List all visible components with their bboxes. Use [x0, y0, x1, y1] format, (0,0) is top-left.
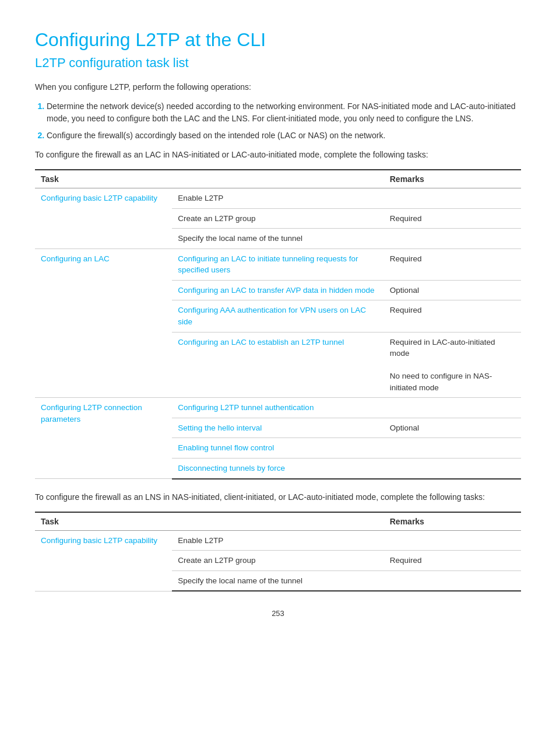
task-link-basic[interactable]: Configuring basic L2TP capability — [41, 194, 157, 202]
subtask-disconnect: Disconnecting tunnels by force — [172, 459, 384, 479]
remarks-hello: Optional — [384, 418, 521, 438]
remarks2-create-group: Required — [384, 551, 521, 571]
table-row: Configuring basic L2TP capability Enable… — [35, 188, 521, 209]
page-subtitle: L2TP configuration task list — [35, 55, 521, 71]
subtask-lac-tunnel: Configuring an LAC to establish an L2TP … — [172, 332, 384, 398]
subtask-lac-avp: Configuring an LAC to transfer AVP data … — [172, 280, 384, 300]
remarks-lac-avp: Optional — [384, 280, 521, 300]
step-2: Configure the firewall(s) accordingly ba… — [47, 130, 521, 142]
task2-cell-basic: Configuring basic L2TP capability — [35, 530, 172, 591]
table-row: Configuring L2TP connection parameters C… — [35, 398, 521, 418]
remarks-lac-tunnel: Required in LAC-auto-initiated mode No n… — [384, 332, 521, 398]
th-remarks: Remarks — [384, 170, 521, 188]
remarks2-local-name — [384, 570, 521, 591]
page-title: Configuring L2TP at the CLI — [35, 29, 521, 51]
link-flow[interactable]: Enabling tunnel flow control — [178, 443, 274, 452]
remarks-enable-l2tp — [384, 188, 521, 209]
link-lac-aaa[interactable]: Configuring AAA authentication for VPN u… — [178, 306, 366, 326]
task-cell-params: Configuring L2TP connection parameters — [35, 398, 172, 479]
th-task: Task — [35, 170, 172, 188]
remarks2-enable — [384, 530, 521, 551]
subtask2-create-group: Create an L2TP group — [172, 551, 384, 571]
th2-subtask — [172, 512, 384, 531]
remarks-disconnect — [384, 459, 521, 479]
page-number: 253 — [35, 609, 521, 618]
remarks-lac-aaa: Required — [384, 300, 521, 332]
subtask-tunnel-auth: Configuring L2TP tunnel authentication — [172, 398, 384, 418]
subtask-flow: Enabling tunnel flow control — [172, 438, 384, 459]
task-link-lac[interactable]: Configuring an LAC — [41, 254, 110, 263]
remarks-local-name — [384, 229, 521, 249]
subtask-lac-aaa: Configuring AAA authentication for VPN u… — [172, 300, 384, 332]
task-cell-basic: Configuring basic L2TP capability — [35, 188, 172, 249]
th-subtask — [172, 170, 384, 188]
task2-link-basic[interactable]: Configuring basic L2TP capability — [41, 536, 157, 545]
subtask2-local-name: Specify the local name of the tunnel — [172, 570, 384, 591]
intro-text: When you configure L2TP, perform the fol… — [35, 81, 521, 93]
lns-task-table: Task Remarks Configuring basic L2TP capa… — [35, 512, 521, 592]
link-lac-tunnel[interactable]: Configuring an LAC to establish an L2TP … — [178, 338, 344, 346]
subtask-local-name: Specify the local name of the tunnel — [172, 229, 384, 249]
subtask-create-group: Create an L2TP group — [172, 208, 384, 229]
link-hello[interactable]: Setting the hello interval — [178, 424, 262, 432]
table-row: Configuring basic L2TP capability Enable… — [35, 530, 521, 551]
task-link-params[interactable]: Configuring L2TP connection parameters — [41, 403, 142, 424]
th2-remarks: Remarks — [384, 512, 521, 531]
link-lac-avp[interactable]: Configuring an LAC to transfer AVP data … — [178, 286, 374, 295]
lac-task-table: Task Remarks Configuring basic L2TP capa… — [35, 169, 521, 480]
lac-intro: To configure the firewall as an LAC in N… — [35, 149, 521, 161]
th2-task: Task — [35, 512, 172, 531]
table-row: Configuring an LAC Configuring an LAC to… — [35, 249, 521, 280]
remarks-lac-initiate: Required — [384, 249, 521, 280]
link-lac-initiate[interactable]: Configuring an LAC to initiate tunneling… — [178, 254, 358, 275]
subtask2-enable: Enable L2TP — [172, 530, 384, 551]
subtask-enable-l2tp: Enable L2TP — [172, 188, 384, 209]
link-disconnect[interactable]: Disconnecting tunnels by force — [178, 464, 285, 473]
subtask-hello: Setting the hello interval — [172, 418, 384, 438]
task-cell-lac: Configuring an LAC — [35, 249, 172, 398]
remarks-create-group: Required — [384, 208, 521, 229]
remarks-tunnel-auth — [384, 398, 521, 418]
step-1: Determine the network device(s) needed a… — [47, 100, 521, 125]
subtask-lac-initiate: Configuring an LAC to initiate tunneling… — [172, 249, 384, 280]
steps-list: Determine the network device(s) needed a… — [47, 100, 521, 142]
link-tunnel-auth[interactable]: Configuring L2TP tunnel authentication — [178, 403, 314, 412]
lns-intro: To configure the firewall as an LNS in N… — [35, 491, 521, 503]
remarks-flow — [384, 438, 521, 459]
